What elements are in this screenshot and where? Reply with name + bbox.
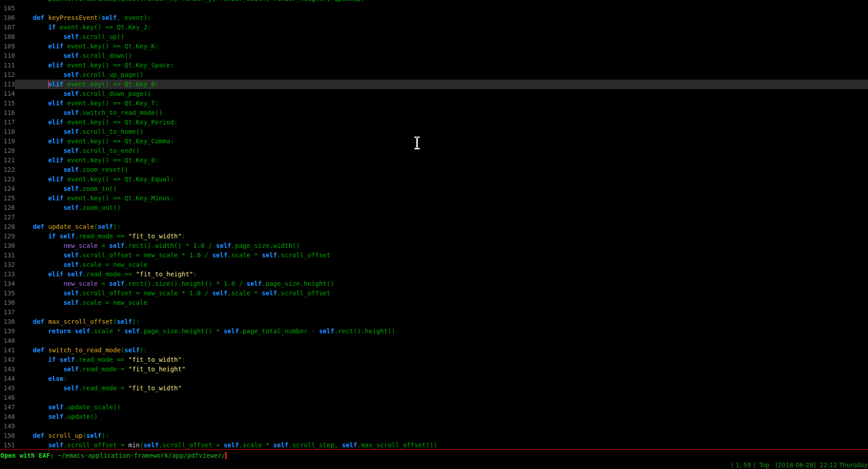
code-line[interactable]: 135 self.scroll_offset = new_scale * 1.0… <box>0 289 868 298</box>
code-line[interactable]: 148 self.update() <box>0 412 868 422</box>
code-line[interactable]: 117 elif event.key() == Qt.Key_Period: <box>0 118 868 127</box>
code-line[interactable]: 106 def keyPressEvent(self, event): <box>0 13 868 23</box>
line-number: 137 <box>0 308 15 317</box>
line-number: 132 <box>0 260 15 270</box>
code-line[interactable]: 129 if self.read_mode == "fit_to_width": <box>0 232 868 241</box>
code-line[interactable]: 120 self.scroll_to_end() <box>0 146 868 156</box>
line-number: 121 <box>0 156 15 165</box>
line-number: 105 <box>0 4 15 13</box>
line-number: 114 <box>0 89 15 99</box>
line-number: 119 <box>0 137 15 146</box>
line-number: 143 <box>0 365 15 374</box>
code-line[interactable]: painter.drawPixmap(QRect(render_x, rende… <box>0 0 868 4</box>
line-number: 136 <box>0 298 15 308</box>
code-line[interactable]: 128 def update_scale(self): <box>0 222 868 232</box>
code-line[interactable]: 112 self.scroll_up_page() <box>0 70 868 80</box>
line-number: 110 <box>0 51 15 61</box>
code-line[interactable]: 134 new_scale = self.rect().size().heigh… <box>0 279 868 289</box>
code-line[interactable]: 150 def scroll_up(self): <box>0 431 868 441</box>
line-number: 142 <box>0 355 15 365</box>
code-line[interactable]: 113 elif event.key() == Qt.Key_B: <box>0 80 868 89</box>
code-lines: painter.drawPixmap(QRect(render_x, rende… <box>0 0 868 449</box>
editor-buffer[interactable]: painter.drawPixmap(QRect(render_x, rende… <box>0 0 868 449</box>
code-line[interactable]: 130 new_scale = self.rect().width() * 1.… <box>0 241 868 251</box>
code-line[interactable]: 123 elif event.key() == Qt.Key_Equal: <box>0 175 868 184</box>
line-number: 112 <box>0 70 15 80</box>
line-number: 140 <box>0 336 15 346</box>
status-tray: ( 1, 59 ) Top [2018-06-28] 22:12 Thursda… <box>731 461 868 469</box>
line-number: 129 <box>0 232 15 241</box>
code-line[interactable]: 137 <box>0 308 868 317</box>
code-line[interactable]: 151 self.scroll_offset = min(self.scroll… <box>0 441 868 449</box>
code-line[interactable]: 127 <box>0 213 868 222</box>
code-line[interactable]: 142 if self.read_mode == "fit_to_width": <box>0 355 868 365</box>
line-number <box>0 0 15 4</box>
code-line[interactable]: 138 def max_scroll_offset(self): <box>0 317 868 327</box>
line-number: 120 <box>0 146 15 156</box>
line-number: 122 <box>0 165 15 175</box>
code-line[interactable]: 125 elif event.key() == Qt.Key_Minus: <box>0 194 868 203</box>
code-line[interactable]: 147 self.update_scale() <box>0 403 868 412</box>
code-line[interactable]: 131 self.scroll_offset = new_scale * 1.0… <box>0 251 868 260</box>
code-line[interactable]: 109 elif event.key() == Qt.Key_K: <box>0 42 868 51</box>
emacs-frame: { "colors": { "background": "#000000", "… <box>0 0 868 469</box>
code-line[interactable]: 114 self.scroll_down_page() <box>0 89 868 99</box>
code-line[interactable]: 108 self.scroll_up() <box>0 32 868 42</box>
minibuffer-prompt: Open with EAF: <box>0 452 57 459</box>
line-number: 134 <box>0 279 15 289</box>
line-number: 130 <box>0 241 15 251</box>
code-line[interactable]: 126 self.zoom_out() <box>0 203 868 213</box>
code-line[interactable]: 107 if event.key() == Qt.Key_J: <box>0 23 868 32</box>
line-number: 108 <box>0 32 15 42</box>
line-number: 124 <box>0 184 15 194</box>
line-number: 148 <box>0 412 15 422</box>
code-line[interactable]: 146 <box>0 393 868 403</box>
line-number: 133 <box>0 270 15 279</box>
code-line[interactable]: 110 self.scroll_down() <box>0 51 868 61</box>
code-line[interactable]: 139 return self.scale * self.page_size.h… <box>0 327 868 336</box>
line-number: 151 <box>0 441 15 449</box>
minibuffer[interactable]: Open with EAF: ~/emacs-application-frame… <box>0 451 227 460</box>
line-number: 138 <box>0 317 15 327</box>
code-line[interactable]: 149 <box>0 422 868 431</box>
code-line[interactable]: 111 elif event.key() == Qt.Key_Space: <box>0 61 868 70</box>
line-number: 147 <box>0 403 15 412</box>
code-line[interactable]: 121 elif event.key() == Qt.Key_0: <box>0 156 868 165</box>
code-line[interactable]: 105 <box>0 4 868 13</box>
code-line[interactable]: 132 self.scale = new_scale <box>0 260 868 270</box>
code-line[interactable]: 141 def switch_to_read_mode(self): <box>0 346 868 355</box>
line-number: 139 <box>0 327 15 336</box>
code-line[interactable]: 122 self.zoom_reset() <box>0 165 868 175</box>
line-number: 150 <box>0 431 15 441</box>
line-number: 113 <box>0 80 15 89</box>
line-number: 127 <box>0 213 15 222</box>
line-number: 106 <box>0 13 15 23</box>
code-line[interactable]: 133 elif self.read_mode == "fit_to_heigh… <box>0 270 868 279</box>
code-line[interactable]: 116 self.switch_to_read_mode() <box>0 108 868 118</box>
code-line[interactable]: 115 elif event.key() == Qt.Key_T: <box>0 99 868 108</box>
code-line[interactable]: 136 self.scale = new_scale <box>0 298 868 308</box>
line-number: 115 <box>0 99 15 108</box>
mode-line <box>0 449 868 450</box>
line-number: 111 <box>0 61 15 70</box>
line-number: 146 <box>0 393 15 403</box>
text-caret <box>48 80 49 89</box>
minibuffer-input[interactable]: ~/emacs-application-framework/app/pdfvie… <box>57 452 225 459</box>
line-number: 107 <box>0 23 15 32</box>
line-number: 131 <box>0 251 15 260</box>
code-line[interactable]: 140 <box>0 336 868 346</box>
code-line[interactable]: 143 self.read_mode = "fit_to_height" <box>0 365 868 374</box>
code-line[interactable]: 118 self.scroll_to_home() <box>0 127 868 137</box>
line-number: 128 <box>0 222 15 232</box>
line-number: 149 <box>0 422 15 431</box>
line-number: 141 <box>0 346 15 355</box>
code-line[interactable]: 144 else: <box>0 374 868 384</box>
line-number: 145 <box>0 384 15 393</box>
code-line[interactable]: 124 self.zoom_in() <box>0 184 868 194</box>
minibuffer-caret <box>225 452 227 459</box>
line-number: 116 <box>0 108 15 118</box>
line-number: 109 <box>0 42 15 51</box>
code-line[interactable]: 145 self.read_mode = "fit_to_width" <box>0 384 868 393</box>
code-line[interactable]: 119 elif event.key() == Qt.Key_Comma: <box>0 137 868 146</box>
line-number: 144 <box>0 374 15 384</box>
